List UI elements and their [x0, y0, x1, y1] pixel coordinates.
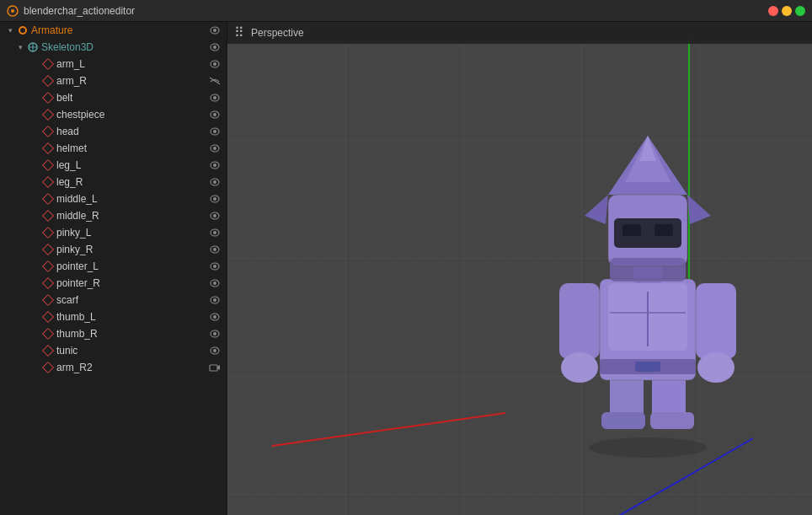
visibility-helmet[interactable]	[208, 142, 222, 155]
label-arm_L: arm_L	[56, 58, 208, 70]
icon-bone-pointer_L	[42, 260, 54, 272]
viewport[interactable]: ⠿ Perspective	[227, 22, 812, 515]
svg-rect-74	[610, 258, 686, 282]
visibility-scarf[interactable]	[208, 293, 222, 307]
window-controls	[768, 6, 805, 16]
label-middle_L: middle_L	[56, 193, 208, 205]
label-arm_R: arm_R	[56, 75, 208, 87]
svg-point-39	[213, 315, 216, 319]
icon-bone-pinky_R	[42, 244, 54, 255]
viewport-header: ⠿ Perspective	[227, 22, 812, 44]
svg-point-31	[213, 248, 216, 251]
svg-rect-56	[635, 362, 660, 372]
icon-armature-armature	[17, 24, 29, 36]
icon-bone-arm_L	[42, 58, 54, 70]
tree-item-pointer_L[interactable]: pointer_L	[0, 258, 227, 275]
visibility-middle_L[interactable]	[208, 192, 222, 206]
icon-bone-pinky_L	[42, 227, 54, 239]
visibility-thumb_L[interactable]	[208, 310, 222, 324]
tree-item-arm_R2[interactable]: arm_R2	[0, 359, 227, 376]
tree-item-pointer_R[interactable]: pointer_R	[0, 275, 227, 292]
svg-point-61	[561, 352, 598, 383]
label-pinky_R: pinky_R	[56, 244, 208, 255]
svg-point-17	[213, 130, 216, 133]
character-model	[500, 94, 795, 473]
tree-item-thumb_L[interactable]: thumb_L	[0, 308, 227, 325]
label-head: head	[56, 126, 208, 137]
label-pointer_R: pointer_R	[56, 277, 208, 289]
visibility-pinky_R[interactable]	[208, 243, 222, 256]
tree-item-middle_R[interactable]: middle_R	[0, 207, 227, 224]
tree-item-armature[interactable]: Armature	[0, 22, 227, 39]
tree-item-leg_L[interactable]: leg_L	[0, 157, 227, 174]
svg-point-19	[213, 147, 216, 150]
visibility-skeleton3d[interactable]	[208, 40, 222, 54]
icon-bone-arm_R	[42, 75, 54, 87]
tree-item-skeleton3d[interactable]: Skeleton3D	[0, 39, 227, 56]
visibility-arm_L[interactable]	[208, 57, 222, 71]
svg-rect-68	[654, 224, 673, 236]
visibility-middle_R[interactable]	[208, 209, 222, 223]
svg-point-1	[11, 9, 14, 13]
icon-bone-scarf	[42, 294, 54, 306]
label-pointer_L: pointer_L	[56, 260, 208, 272]
icon-bone-pointer_R	[42, 277, 54, 289]
label-chestpiece: chestpiece	[56, 109, 208, 121]
label-pinky_L: pinky_L	[56, 227, 208, 239]
minimize-button[interactable]	[782, 6, 792, 16]
label-leg_R: leg_R	[56, 176, 208, 188]
tree-item-leg_R[interactable]: leg_R	[0, 174, 227, 190]
label-arm_R2: arm_R2	[56, 362, 208, 373]
close-button[interactable]	[768, 6, 778, 16]
svg-point-41	[213, 332, 216, 335]
expand-arrow-skeleton3d[interactable]	[15, 42, 25, 52]
visibility-arm_R2[interactable]	[208, 361, 222, 374]
visibility-pointer_R[interactable]	[208, 276, 222, 290]
svg-marker-70	[585, 195, 608, 224]
tree-item-pinky_L[interactable]: pinky_L	[0, 224, 227, 241]
icon-bone-helmet	[42, 142, 54, 154]
visibility-arm_R[interactable]	[208, 74, 222, 88]
tree-item-head[interactable]: head	[0, 123, 227, 140]
label-armature: Armature	[31, 24, 208, 36]
tree-item-thumb_R[interactable]: thumb_R	[0, 325, 227, 342]
visibility-tunic[interactable]	[208, 344, 222, 357]
icon-bone-leg_R	[42, 176, 54, 188]
svg-point-27	[213, 214, 216, 217]
svg-rect-52	[601, 412, 645, 429]
icon-bone-tunic	[42, 345, 54, 357]
svg-point-37	[213, 298, 216, 302]
visibility-chestpiece[interactable]	[208, 108, 222, 121]
svg-point-33	[213, 265, 216, 268]
visibility-armature[interactable]	[208, 24, 222, 37]
tree-item-arm_R[interactable]: arm_R	[0, 72, 227, 89]
tree-item-arm_L[interactable]: arm_L	[0, 56, 227, 72]
label-helmet: helmet	[56, 142, 208, 154]
icon-bone-middle_L	[42, 193, 54, 205]
outliner-panel[interactable]: ArmatureSkeleton3Darm_Larm_Rbeltchestpie…	[0, 22, 227, 515]
visibility-leg_L[interactable]	[208, 158, 222, 172]
maximize-button[interactable]	[795, 6, 805, 16]
tree-item-middle_L[interactable]: middle_L	[0, 190, 227, 207]
svg-point-43	[213, 349, 216, 352]
expand-arrow-armature[interactable]	[5, 25, 15, 35]
visibility-pointer_L[interactable]	[208, 260, 222, 273]
icon-bone-thumb_L	[42, 311, 54, 323]
viewport-menu-button[interactable]: ⠿	[234, 26, 244, 40]
tree-item-chestpiece[interactable]: chestpiece	[0, 106, 227, 123]
tree-item-pinky_R[interactable]: pinky_R	[0, 241, 227, 258]
tree-item-belt[interactable]: belt	[0, 89, 227, 106]
tree-item-scarf[interactable]: scarf	[0, 292, 227, 308]
visibility-leg_R[interactable]	[208, 175, 222, 189]
svg-point-15	[213, 113, 216, 116]
tree-item-helmet[interactable]: helmet	[0, 140, 227, 157]
label-scarf: scarf	[56, 294, 208, 306]
visibility-belt[interactable]	[208, 91, 222, 105]
icon-skeleton-skeleton3d	[27, 41, 39, 53]
icon-bone-middle_R	[42, 210, 54, 222]
label-belt: belt	[56, 92, 208, 104]
visibility-thumb_R[interactable]	[208, 327, 222, 341]
visibility-pinky_L[interactable]	[208, 226, 222, 239]
visibility-head[interactable]	[208, 125, 222, 138]
tree-item-tunic[interactable]: tunic	[0, 342, 227, 359]
